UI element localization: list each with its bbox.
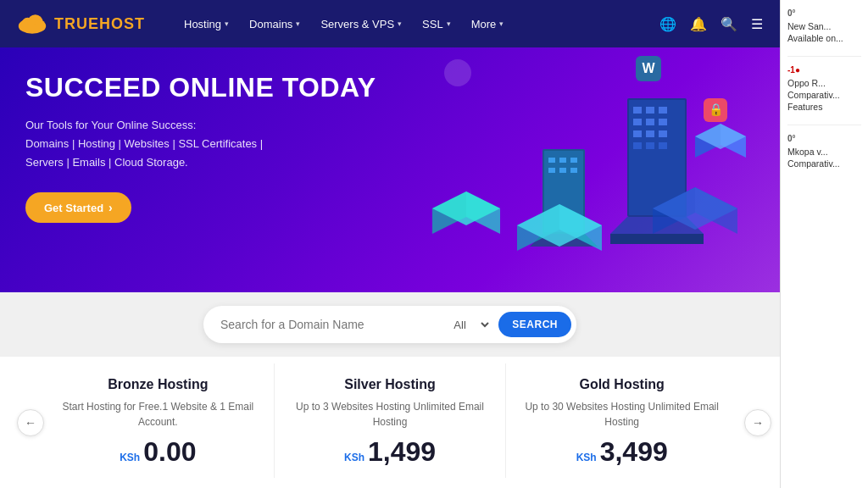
chevron-down-icon: ▾ — [296, 19, 300, 28]
domain-search-section: All .com .net .org SEARCH — [0, 292, 780, 357]
gold-title: Gold Hosting — [523, 377, 721, 392]
chevron-down-icon: ▾ — [225, 19, 229, 28]
hero-section: SUCCEED ONLINE TODAY Our Tools for Your … — [0, 47, 780, 292]
gold-currency: KSh — [576, 452, 597, 463]
bronze-desc: Start Hosting for Free.1 Website & 1 Ema… — [59, 399, 257, 430]
chevron-down-icon: ▾ — [499, 19, 504, 28]
domain-search-input[interactable] — [220, 318, 443, 331]
bell-icon[interactable]: 🔔 — [690, 16, 707, 32]
side-text-3: Mkopa v... Comparativ... — [787, 147, 861, 169]
search-icon[interactable]: 🔍 — [721, 16, 737, 32]
nav-hosting[interactable]: Hosting ▾ — [175, 11, 237, 37]
navbar: TRUEHOST Hosting ▾ Domains ▾ Servers & V… — [0, 0, 780, 47]
bronze-amount: 0.00 — [143, 436, 196, 468]
logo-text: TRUEHOST — [54, 15, 145, 33]
gold-price: KSh 3,499 — [523, 436, 721, 468]
silver-currency: KSh — [344, 452, 364, 463]
hosting-cards-container: Bronze Hosting Start Hosting for Free.1 … — [42, 363, 737, 478]
domain-filter-wrapper: All .com .net .org — [443, 318, 498, 332]
gold-desc: Up to 30 Websites Hosting Unlimited Emai… — [523, 399, 721, 430]
carousel-prev-button[interactable]: ← — [17, 409, 44, 436]
silver-amount: 1,499 — [368, 436, 436, 468]
bronze-price: KSh 0.00 — [59, 436, 257, 468]
side-text-2: Oppo R... Comparativ... Features — [787, 78, 861, 113]
bronze-currency: KSh — [120, 452, 140, 463]
hero-content: SUCCEED ONLINE TODAY Our Tools for Your … — [25, 73, 754, 223]
bronze-hosting-card[interactable]: Bronze Hosting Start Hosting for Free.1 … — [42, 363, 275, 478]
side-badge-1: 0° — [787, 8, 796, 19]
domain-extension-select[interactable]: All .com .net .org — [450, 318, 492, 332]
silver-hosting-card[interactable]: Silver Hosting Up to 3 Websites Hosting … — [275, 363, 507, 478]
gold-amount: 3,499 — [600, 436, 668, 468]
silver-title: Silver Hosting — [292, 377, 489, 392]
nav-more[interactable]: More ▾ — [463, 11, 513, 37]
menu-icon[interactable]: ☰ — [751, 16, 763, 32]
side-item-1: 0° New San... Available on... — [787, 7, 861, 44]
carousel-next-button[interactable]: → — [744, 409, 771, 436]
arrow-right-icon: › — [108, 201, 113, 214]
hosting-cards-section: ← Bronze Hosting Start Hosting for Free.… — [0, 357, 780, 488]
side-text-1: New San... Available on... — [787, 21, 861, 44]
nav-ssl[interactable]: SSL ▾ — [414, 11, 459, 37]
side-badge-3: 0° — [787, 133, 796, 145]
domain-search-bar: All .com .net .org SEARCH — [203, 306, 576, 343]
gold-hosting-card[interactable]: Gold Hosting Up to 30 Websites Hosting U… — [506, 363, 737, 478]
svg-rect-4 — [20, 25, 45, 30]
silver-desc: Up to 3 Websites Hosting Unlimited Email… — [292, 399, 489, 430]
nav-icon-group: 🌐 🔔 🔍 ☰ — [659, 16, 763, 32]
chevron-down-icon: ▾ — [398, 19, 402, 28]
hero-title: SUCCEED ONLINE TODAY — [25, 73, 754, 103]
nav-links: Hosting ▾ Domains ▾ Servers & VPS ▾ SSL … — [175, 11, 639, 37]
silver-price: KSh 1,499 — [292, 436, 489, 468]
domain-search-button[interactable]: SEARCH — [498, 312, 571, 337]
side-panel: 0° New San... Available on... -1● Oppo R… — [780, 0, 868, 488]
nav-servers-vps[interactable]: Servers & VPS ▾ — [312, 11, 410, 37]
globe-icon[interactable]: 🌐 — [659, 16, 676, 32]
side-divider-1 — [787, 56, 861, 57]
nav-domains[interactable]: Domains ▾ — [241, 11, 309, 37]
get-started-button[interactable]: Get Started › — [25, 192, 131, 223]
side-badge-2: -1● — [787, 64, 800, 76]
hero-subtitle: Our Tools for Your Online Success: Domai… — [25, 116, 754, 172]
side-divider-2 — [787, 125, 861, 125]
svg-rect-25 — [610, 234, 704, 244]
side-item-3: 0° Mkopa v... Comparativ... — [787, 132, 861, 169]
logo[interactable]: TRUEHOST — [17, 12, 145, 36]
logo-icon — [17, 12, 47, 36]
side-item-2: -1● Oppo R... Comparativ... Features — [787, 64, 861, 113]
chevron-down-icon: ▾ — [447, 19, 451, 28]
bronze-title: Bronze Hosting — [59, 377, 257, 392]
